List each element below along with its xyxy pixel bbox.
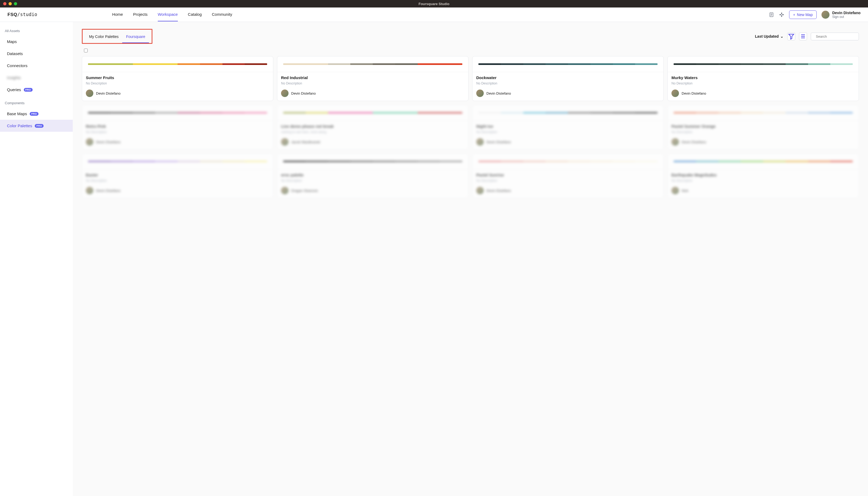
select-all-checkbox[interactable] — [84, 49, 88, 52]
palette-description: No Description — [671, 81, 855, 85]
author-avatar — [86, 187, 93, 194]
palette-card[interactable]: Pastel SunriseNo DescriptionDevin Distef… — [472, 153, 664, 198]
tab-foursquare[interactable]: Foursquare — [122, 32, 149, 43]
palette-card[interactable]: Retro PinkNo DescriptionDevin Distefano — [82, 105, 273, 150]
author-name: Jacob Wasilkowski — [291, 140, 320, 144]
author-avatar — [476, 138, 484, 146]
palette-card[interactable]: Earthquake MagnitudesNo DescriptionNick — [668, 153, 859, 198]
palette-card[interactable]: ernc paletteNo DescriptionDragan Okanovi… — [277, 153, 469, 198]
search-input[interactable] — [816, 34, 861, 38]
palette-title: Easter — [86, 173, 269, 177]
palette-swatch — [88, 63, 267, 65]
author-name: Devin Distefano — [96, 189, 121, 193]
palette-description: No Description — [281, 81, 465, 85]
svg-rect-7 — [782, 14, 784, 15]
main-content: My Color Palettes Foursquare Last Update… — [73, 22, 868, 496]
palette-description: No Description — [86, 130, 269, 134]
palette-title: Night Ice — [476, 124, 660, 128]
sidebar-heading-components: Components — [0, 99, 73, 108]
close-icon[interactable] — [3, 2, 6, 5]
palette-card[interactable]: EasterNo DescriptionDevin Distefano — [82, 153, 273, 198]
author-name: Devin Distefano — [486, 140, 511, 144]
svg-marker-8 — [789, 34, 794, 39]
palette-description: No Description — [476, 179, 660, 183]
palette-card[interactable]: Live demo please not breaknothing to see… — [277, 105, 469, 150]
filter-button[interactable] — [787, 32, 795, 40]
notebook-icon[interactable] — [769, 12, 774, 17]
sidebar-item-connectors[interactable]: Connectors — [0, 60, 73, 72]
sort-label: Last Updated — [755, 34, 779, 38]
tab-my-palettes[interactable]: My Color Palettes — [85, 32, 122, 43]
toolbar: My Color Palettes Foursquare Last Update… — [82, 29, 859, 44]
sidebar-item-label: Queries — [7, 88, 21, 92]
palette-card[interactable]: Night IceNo DescriptionDevin Distefano — [472, 105, 664, 150]
pro-badge: PRO — [35, 124, 44, 128]
header-actions: + New Map Devin Distefano Sign out — [769, 11, 861, 19]
sidebar-item-color-palettes[interactable]: Color Palettes PRO — [0, 120, 73, 132]
palette-title: Summer Fruits — [86, 75, 269, 80]
search-box[interactable] — [811, 33, 859, 40]
nav-community[interactable]: Community — [212, 8, 232, 21]
palette-card[interactable]: Murky WatersNo DescriptionDevin Distefan… — [668, 56, 859, 101]
author-avatar — [671, 90, 679, 97]
palette-swatch — [674, 112, 853, 113]
svg-rect-4 — [781, 12, 782, 14]
sidebar-item-queries[interactable]: Queries PRO — [0, 84, 73, 96]
sidebar-item-insights[interactable]: Insights — [0, 72, 73, 84]
user-menu[interactable]: Devin Distefano Sign out — [821, 11, 861, 19]
slack-icon[interactable] — [779, 12, 784, 17]
svg-rect-6 — [779, 14, 781, 15]
window-titlebar: Foursquare Studio — [0, 0, 868, 7]
logo-suffix: /studio — [17, 12, 37, 17]
new-map-button[interactable]: + New Map — [789, 11, 817, 19]
palette-description: nothing to see here, more along — [281, 130, 465, 134]
author-name: Devin Distefano — [291, 91, 316, 95]
nav-workspace[interactable]: Workspace — [158, 8, 178, 21]
sidebar-item-datasets[interactable]: Datasets — [0, 48, 73, 60]
logo[interactable]: FSQ/studio — [7, 12, 37, 17]
nav-projects[interactable]: Projects — [133, 8, 148, 21]
tabs-highlight: My Color Palettes Foursquare — [82, 29, 152, 44]
sort-dropdown[interactable]: Last Updated ⌄ — [755, 34, 783, 38]
palette-tabs: My Color Palettes Foursquare — [85, 32, 149, 43]
palette-description: No Description — [671, 130, 855, 134]
palette-swatch — [478, 63, 657, 65]
nav-home[interactable]: Home — [112, 8, 123, 21]
palette-title: Retro Pink — [86, 124, 269, 128]
palette-swatch — [88, 160, 267, 162]
sidebar-item-maps[interactable]: Maps — [0, 35, 73, 48]
select-all[interactable] — [84, 49, 857, 53]
author-avatar — [476, 90, 484, 97]
author-avatar — [86, 90, 93, 97]
pro-badge: PRO — [30, 112, 39, 116]
chevron-down-icon: ⌄ — [780, 34, 783, 38]
sign-out-link[interactable]: Sign out — [832, 15, 861, 19]
view-toggle-button[interactable] — [799, 32, 807, 40]
palette-description: No Description — [86, 81, 269, 85]
author-name: Devin Distefano — [96, 140, 121, 144]
author-avatar — [281, 187, 289, 194]
minimize-icon[interactable] — [9, 2, 12, 5]
palette-card[interactable]: DockwaterNo DescriptionDevin Distefano — [472, 56, 664, 101]
palette-card[interactable]: Pastel Summer OrangeNo DescriptionDevin … — [668, 105, 859, 150]
sidebar: All Assets Maps Datasets Connectors Insi… — [0, 22, 73, 496]
window-title: Foursquare Studio — [418, 2, 450, 6]
nav-catalog[interactable]: Catalog — [188, 8, 202, 21]
palette-title: Red Industrial — [281, 75, 465, 80]
author-name: Devin Distefano — [682, 140, 706, 144]
palette-description: No Description — [281, 179, 465, 183]
plus-icon: + — [793, 13, 795, 17]
sidebar-item-base-maps[interactable]: Base Maps PRO — [0, 108, 73, 120]
palette-card[interactable]: Summer FruitsNo DescriptionDevin Distefa… — [82, 56, 273, 101]
author-name: Nick — [682, 189, 688, 193]
palette-description: No Description — [86, 179, 269, 183]
list-icon — [799, 33, 807, 40]
maximize-icon[interactable] — [14, 2, 17, 5]
author-avatar — [86, 138, 93, 146]
palette-title: Earthquake Magnitudes — [671, 173, 855, 177]
palette-grid: Summer FruitsNo DescriptionDevin Distefa… — [82, 56, 859, 198]
logo-prefix: FSQ — [7, 12, 17, 17]
palette-card[interactable]: Red IndustrialNo DescriptionDevin Distef… — [277, 56, 469, 101]
main-nav: Home Projects Workspace Catalog Communit… — [112, 8, 232, 21]
palette-description: No Description — [476, 81, 660, 85]
